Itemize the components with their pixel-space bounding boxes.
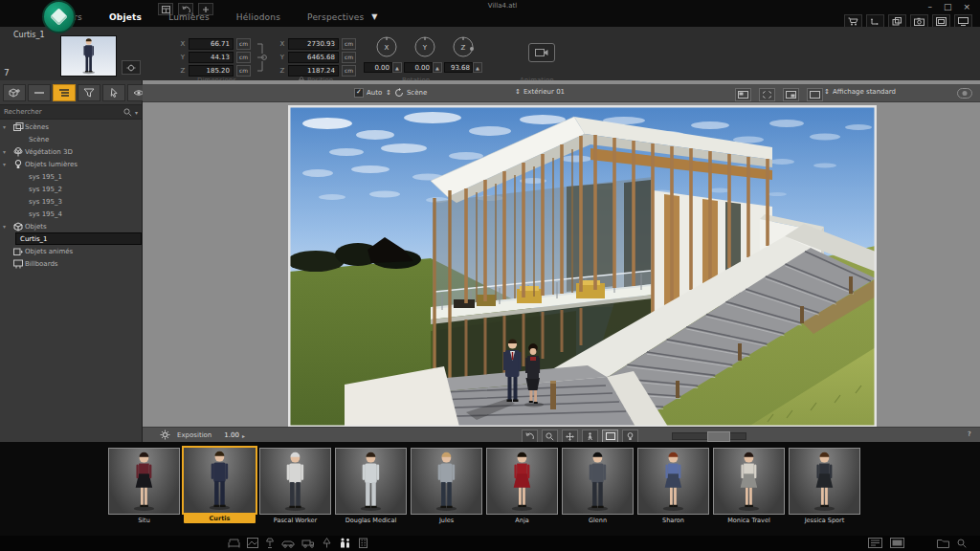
tree-item-sys-195-4[interactable]: sys 195_4 bbox=[0, 208, 142, 220]
preview-corner-icon[interactable] bbox=[783, 88, 799, 101]
dimension-y-unit[interactable]: cm bbox=[236, 52, 251, 63]
add-object-button[interactable] bbox=[3, 84, 26, 101]
rotation-z-input[interactable]: 93.68 bbox=[444, 62, 473, 73]
tree-item-billboards[interactable]: Billboards bbox=[0, 257, 142, 270]
animation-button[interactable] bbox=[528, 43, 555, 62]
catalog-search-icon[interactable] bbox=[957, 539, 967, 548]
search-input[interactable] bbox=[0, 108, 123, 116]
rotation-z-step-up[interactable]: ▲ bbox=[473, 62, 482, 73]
search-options-icon[interactable]: ▾ bbox=[135, 109, 138, 116]
person-thumbnail[interactable] bbox=[108, 448, 180, 515]
dimension-z-input[interactable]: 185.20 bbox=[189, 65, 234, 77]
rotation-y-dial[interactable]: Y bbox=[412, 34, 437, 59]
exposition-value[interactable]: 1.00 bbox=[224, 431, 239, 439]
person-thumbnail[interactable] bbox=[259, 448, 331, 515]
rotation-y-input[interactable]: 0.00 bbox=[404, 62, 433, 73]
flat-list-button[interactable] bbox=[28, 84, 51, 101]
link-dimensions-icon[interactable] bbox=[257, 38, 269, 77]
tree-item-objets-lumi-res[interactable]: ▾Objets lumières bbox=[0, 158, 142, 170]
position-x-input[interactable]: 2730.93 bbox=[288, 38, 339, 50]
maximize-button[interactable]: □ bbox=[944, 2, 952, 11]
dimension-z-unit[interactable]: cm bbox=[236, 65, 251, 77]
catalog-view-icon[interactable] bbox=[868, 538, 882, 548]
filter-button[interactable] bbox=[78, 84, 100, 101]
rotation-y-step-up[interactable]: ▲ bbox=[433, 62, 442, 73]
library-person-jules[interactable]: Jules bbox=[411, 448, 482, 525]
library-person-douglas-medical[interactable]: Douglas Medical bbox=[335, 448, 407, 525]
tab-perspectives[interactable]: Perspectives bbox=[307, 12, 364, 22]
scene-selector[interactable]: ↕ Scène bbox=[386, 88, 427, 97]
folder-icon[interactable] bbox=[937, 539, 949, 548]
library-person-jessica-sport[interactable]: Jessica Sport bbox=[789, 448, 860, 525]
dimension-x-input[interactable]: 66.71 bbox=[189, 38, 234, 50]
light-preview-icon[interactable] bbox=[622, 430, 638, 443]
preview-inset-icon[interactable] bbox=[735, 88, 751, 101]
car-category-icon[interactable] bbox=[281, 539, 295, 548]
expand-arrow-icon[interactable]: ▾ bbox=[3, 148, 11, 155]
pan-tool-icon[interactable] bbox=[562, 430, 578, 443]
expand-arrow-icon[interactable]: ▾ bbox=[3, 161, 11, 167]
position-z-unit[interactable]: cm bbox=[342, 65, 356, 77]
view-selector[interactable]: ↕ Extérieur 01 bbox=[515, 88, 565, 96]
person-thumbnail[interactable] bbox=[562, 448, 634, 515]
person-thumbnail[interactable] bbox=[486, 448, 558, 515]
full-frame-icon[interactable] bbox=[807, 88, 823, 101]
position-y-unit[interactable]: cm bbox=[342, 52, 356, 63]
catalog-cart-icon[interactable] bbox=[844, 14, 862, 28]
person-thumbnail[interactable] bbox=[637, 448, 709, 515]
tree-item-curtis-1[interactable]: Curtis_1 bbox=[15, 232, 142, 245]
person-thumbnail[interactable] bbox=[182, 446, 257, 515]
exposition-dropdown-icon[interactable]: ▸ bbox=[242, 432, 245, 439]
duplicate-icon[interactable] bbox=[888, 14, 906, 28]
library-person-sharon[interactable]: Sharon bbox=[637, 448, 709, 525]
expand-arrow-icon[interactable]: ▾ bbox=[3, 223, 11, 230]
expand-arrow-icon[interactable]: ▾ bbox=[3, 123, 11, 130]
rotation-x-input[interactable]: 0.00 bbox=[364, 62, 392, 73]
tree-item-sc-ne[interactable]: Scène bbox=[0, 133, 142, 145]
help-button[interactable]: ? bbox=[968, 430, 971, 438]
zoom-tool-icon[interactable] bbox=[542, 430, 558, 443]
undo-view-icon[interactable] bbox=[522, 430, 538, 443]
auto-checkbox[interactable]: ✓ bbox=[354, 88, 364, 98]
display-icon[interactable] bbox=[954, 14, 972, 28]
tree-item-sc-nes[interactable]: ▾Scènes bbox=[0, 121, 142, 133]
render-frame-icon[interactable] bbox=[932, 14, 950, 28]
tree-list-button[interactable] bbox=[53, 84, 76, 101]
render-3d-view[interactable] bbox=[288, 105, 877, 428]
tree-item-sys-195-2[interactable]: sys 195_2 bbox=[0, 183, 142, 195]
person-thumbnail[interactable] bbox=[411, 448, 482, 515]
people-category-icon[interactable] bbox=[339, 538, 351, 548]
tree-item-sys-195-3[interactable]: sys 195_3 bbox=[0, 195, 142, 208]
person-thumbnail[interactable] bbox=[789, 448, 860, 515]
person-thumbnail[interactable] bbox=[335, 448, 407, 515]
vegetation-category-icon[interactable] bbox=[322, 538, 332, 548]
walk-tool-icon[interactable] bbox=[582, 430, 598, 443]
library-person-situ[interactable]: Situ bbox=[108, 448, 180, 525]
tab-objets[interactable]: Objets bbox=[109, 12, 142, 22]
picture-category-icon[interactable] bbox=[247, 538, 258, 548]
tab-heliodons[interactable]: Héliodons bbox=[236, 12, 280, 22]
move-tool-icon[interactable] bbox=[866, 14, 884, 28]
select-tool-button[interactable] bbox=[102, 84, 125, 101]
position-z-input[interactable]: 1187.24 bbox=[288, 65, 339, 77]
rotation-x-dial[interactable]: X bbox=[374, 34, 399, 59]
minimize-button[interactable]: – bbox=[927, 2, 932, 11]
render-settings-icon[interactable] bbox=[160, 430, 170, 440]
frame-view-icon[interactable] bbox=[602, 430, 618, 443]
object-edit-button[interactable] bbox=[122, 60, 141, 75]
person-thumbnail[interactable] bbox=[713, 448, 785, 515]
viewport-settings-icon[interactable] bbox=[957, 88, 972, 99]
tree-item-v-g-tation-3d[interactable]: ▾Végétation 3D bbox=[0, 145, 142, 158]
rotation-z-dial[interactable]: Z bbox=[451, 34, 476, 59]
tree-item-sys-195-1[interactable]: sys 195_1 bbox=[0, 170, 142, 183]
expand-view-icon[interactable] bbox=[759, 88, 775, 101]
building-category-icon[interactable] bbox=[358, 538, 368, 548]
media-view-icon[interactable] bbox=[890, 538, 904, 548]
close-button[interactable]: × bbox=[963, 2, 970, 11]
library-person-glenn[interactable]: Glenn bbox=[562, 448, 634, 525]
tabs-dropdown-icon[interactable]: ▼ bbox=[371, 12, 377, 22]
lamp-category-icon[interactable] bbox=[265, 538, 275, 548]
dimension-y-input[interactable]: 44.13 bbox=[189, 52, 234, 63]
dimension-x-unit[interactable]: cm bbox=[236, 38, 251, 50]
library-person-monica-travel[interactable]: Monica Travel bbox=[713, 448, 785, 525]
